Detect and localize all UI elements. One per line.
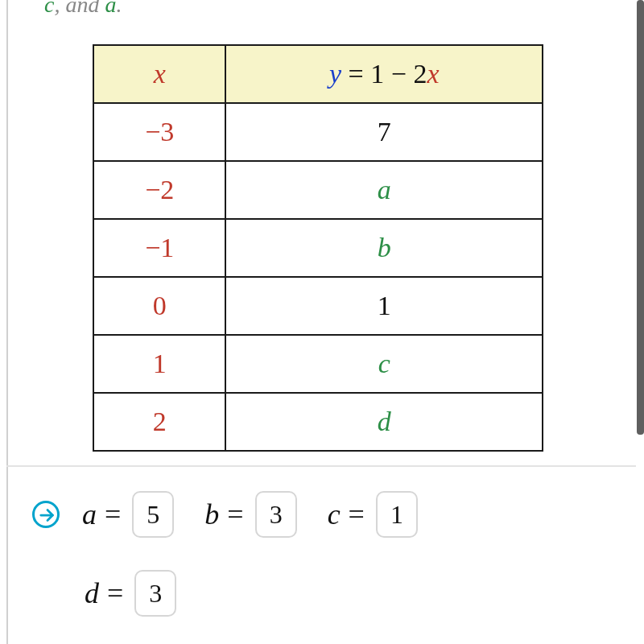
answer-input-c[interactable]: 1 — [376, 491, 418, 538]
y-variable: a — [378, 175, 391, 204]
equals-sign: = — [349, 497, 365, 531]
table-row: −1 b — [93, 219, 543, 277]
x-value: 0 — [153, 291, 167, 320]
table-row: 2 d — [93, 393, 543, 451]
answer-section: a = 5 b = 3 c = 1 d = 3 — [32, 491, 612, 617]
var-c: c — [44, 0, 54, 17]
var-b-label: b — [204, 497, 219, 531]
x-value: −2 — [145, 175, 174, 204]
header-x: x — [93, 45, 225, 103]
y-value: 7 — [378, 117, 391, 147]
section-divider — [6, 465, 636, 467]
function-table: x y = 1 − 2x −3 7 −2 a −1 b 0 1 — [93, 44, 543, 452]
scrollbar[interactable] — [637, 0, 644, 435]
left-border-rule — [6, 0, 8, 644]
table-row: 1 c — [93, 335, 543, 393]
table-row: 0 1 — [93, 277, 543, 335]
table-row: −2 a — [93, 161, 543, 219]
and-text: , and — [54, 0, 105, 17]
x-value: 1 — [153, 349, 167, 378]
period: . — [116, 0, 122, 17]
x-value: 2 — [153, 407, 167, 436]
answer-input-b[interactable]: 3 — [255, 491, 297, 538]
y-variable: d — [378, 407, 391, 436]
equals-sign: = — [105, 497, 121, 531]
x-value: −1 — [145, 233, 174, 262]
table-header-row: x y = 1 − 2x — [93, 45, 543, 103]
equals-sign: = — [107, 576, 123, 610]
var-d-label: d — [85, 576, 99, 610]
var-c-label: c — [328, 497, 341, 531]
prompt-fragment: c, and a. — [44, 0, 122, 18]
x-value: −3 — [145, 117, 174, 147]
y-variable: c — [378, 349, 390, 378]
y-variable: b — [378, 233, 391, 262]
var-a: a — [105, 0, 116, 17]
table-row: −3 7 — [93, 103, 543, 161]
header-y: y = 1 − 2x — [225, 45, 543, 103]
equals-sign: = — [227, 497, 243, 531]
answer-input-a[interactable]: 5 — [132, 491, 174, 538]
y-value: 1 — [378, 291, 391, 320]
answer-input-d[interactable]: 3 — [134, 570, 176, 617]
var-a-label: a — [82, 497, 97, 531]
arrow-right-icon[interactable] — [32, 501, 60, 528]
